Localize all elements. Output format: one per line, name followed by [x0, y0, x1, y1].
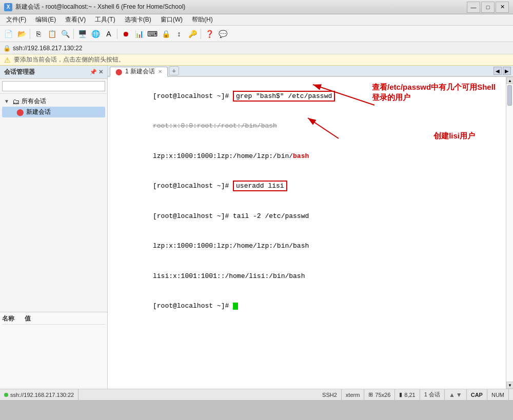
scrollbar-up[interactable]: ▲: [506, 77, 513, 84]
cap-label: CAP: [471, 392, 483, 398]
toolbar: 📄 📂 ⎘ 📋 🔍 🖥️ 🌐 A ⏺ 📊 ⌨ 🔒 ↕ 🔑 ❓ 💬: [0, 26, 513, 42]
sidebar-title: 会话管理器: [4, 68, 35, 76]
toolbar-screen[interactable]: ⌨: [146, 28, 159, 40]
window-title: 新建会话 - root@localhost:~ - Xshell 6 (Free…: [15, 3, 467, 11]
sidebar: 会话管理器 📌 ✕ ▼ 🗂 所有会话 ⬤ 新建会话 名称 值: [0, 66, 108, 389]
menu-window[interactable]: 窗口(W): [156, 14, 187, 25]
terminal-type-label: xterm: [346, 392, 360, 398]
menu-tools[interactable]: 工具(T): [91, 14, 119, 25]
toolbar-globe[interactable]: 🌐: [89, 28, 102, 40]
lock-icon: 🔒: [3, 45, 11, 52]
menu-file[interactable]: 文件(F): [2, 14, 30, 25]
toolbar-transfer[interactable]: ↕: [173, 28, 185, 40]
tab-close-icon[interactable]: ✕: [158, 69, 162, 74]
nav-up-icon[interactable]: ▲: [449, 391, 455, 398]
prop-col1: 名称: [2, 314, 14, 323]
menu-tabs[interactable]: 选项卡(B): [121, 14, 155, 25]
toolbar-font[interactable]: A: [103, 28, 115, 40]
menu-edit[interactable]: 编辑(E): [31, 14, 60, 25]
warning-text: 要添加当前会话，点击左侧的箭头按钮。: [14, 55, 125, 64]
terminal-line-1: [root@localhost ~]# grep "bash$" /etc/pa…: [113, 81, 501, 111]
warning-icon: ⚠: [4, 56, 11, 64]
terminal-line-4: [root@localhost ~]# useradd lisi: [113, 171, 501, 202]
term-prompt-1: [root@localhost ~]#: [153, 92, 233, 100]
status-cap: CAP: [467, 389, 487, 400]
status-nav: ▲ ▼: [445, 389, 467, 400]
prop-col2: 值: [25, 314, 31, 323]
terminal-cursor: [233, 303, 238, 310]
term-prompt-4: [root@localhost ~]#: [153, 182, 233, 190]
terminal-line-5: [root@localhost ~]# tail -2 /etc/passwd: [113, 201, 501, 231]
sessions-label: 1 会话: [424, 391, 440, 398]
address-bar: 🔒 ssh://192.168.217.130:22: [0, 42, 513, 54]
term-text-7: lisi:x:1001:1001::/home/lisi:/bin/bash: [153, 272, 305, 280]
status-position: ▮ 8,21: [395, 389, 420, 400]
status-terminal-type: xterm: [342, 389, 365, 400]
tab-nav-left[interactable]: ◀: [494, 67, 502, 75]
toolbar-connect[interactable]: 🖥️: [76, 28, 88, 40]
toolbar-new[interactable]: 📄: [2, 28, 14, 40]
sidebar-tree: ▼ 🗂 所有会话 ⬤ 新建会话: [0, 94, 107, 312]
toolbar-copy[interactable]: ⎘: [32, 28, 45, 40]
position-icon: ▮: [399, 391, 402, 398]
status-protocol: SSH2: [318, 389, 342, 400]
properties-panel: 名称 值: [0, 312, 107, 389]
toolbar-key[interactable]: 🔑: [186, 28, 199, 40]
sidebar-pin-icon[interactable]: 📌: [90, 69, 97, 75]
terminal-line-2: root:x:0:0:root:/root:/bin/bash: [113, 111, 501, 142]
tab-bar: ⬤ 1 新建会话 ✕ + ◀ ▶: [108, 66, 513, 77]
warning-bar: ⚠ 要添加当前会话，点击左侧的箭头按钮。: [0, 54, 513, 66]
num-label: NUM: [491, 392, 504, 398]
tree-item-new-session[interactable]: ⬤ 新建会话: [2, 107, 105, 117]
minimize-button[interactable]: —: [467, 2, 480, 13]
toolbar-help[interactable]: ❓: [203, 28, 215, 40]
scrollbar-down[interactable]: ▼: [506, 382, 513, 389]
term-useradd: useradd lisi: [233, 181, 287, 191]
terminal-line-6: lzp:x:1000:1000:lzp:/home/lzp:/bin/bash: [113, 231, 501, 262]
term-text-6: lzp:x:1000:1000:lzp:/home/lzp:/bin/bash: [153, 242, 309, 250]
term-text-3a: lzp:x:1000:1000:lzp:/home/lzp:/bin/: [153, 152, 293, 160]
sidebar-header-icons: 📌 ✕: [90, 69, 103, 75]
toolbar-paste[interactable]: 📋: [46, 28, 58, 40]
tree-label-new-session: 新建会话: [26, 108, 51, 116]
tab-nav-right[interactable]: ▶: [503, 67, 511, 75]
status-url: ssh://192.168.217.130:22: [10, 392, 74, 398]
toolbar-record[interactable]: ⏺: [120, 28, 132, 40]
position-label: 8,21: [404, 392, 415, 398]
toolbar-chat[interactable]: 💬: [216, 28, 229, 40]
menu-help[interactable]: 帮助(H): [188, 14, 217, 25]
size-icon: ⊞: [368, 391, 373, 398]
nav-arrows[interactable]: ▲ ▼: [449, 391, 462, 398]
terminal-area: ⬤ 1 新建会话 ✕ + ◀ ▶ [root@localhost ~]# gre…: [108, 66, 513, 389]
nav-down-icon[interactable]: ▼: [456, 391, 462, 398]
maximize-button[interactable]: □: [481, 2, 495, 13]
sidebar-search-input[interactable]: [2, 81, 105, 91]
toolbar-open[interactable]: 📂: [15, 28, 28, 40]
toolbar-sep4: [201, 29, 201, 39]
status-connection: ssh://192.168.217.130:22: [4, 389, 78, 400]
sidebar-close-icon[interactable]: ✕: [98, 69, 103, 75]
terminal-line-7: lisi:x:1001:1001::/home/lisi:/bin/bash: [113, 261, 501, 291]
terminal-scrollbar[interactable]: ▲ ▼: [506, 77, 513, 389]
status-num: NUM: [487, 389, 509, 400]
app-icon: X: [4, 3, 12, 11]
sidebar-header: 会话管理器 📌 ✕: [0, 66, 107, 79]
tree-label-all-sessions: 所有会话: [22, 97, 46, 106]
menu-bar: 文件(F) 编辑(E) 查看(V) 工具(T) 选项卡(B) 窗口(W) 帮助(…: [0, 14, 513, 26]
terminal-content[interactable]: [root@localhost ~]# grep "bash$" /etc/pa…: [108, 77, 506, 389]
tree-item-all-sessions[interactable]: ▼ 🗂 所有会话: [2, 96, 105, 107]
scrollbar-track[interactable]: [506, 84, 513, 382]
terminal-wrapper: [root@localhost ~]# grep "bash$" /etc/pa…: [108, 77, 513, 389]
window-controls: — □ ✕: [467, 2, 509, 13]
term-text-2: root:x:0:0:root:/root:/bin/bash: [153, 122, 277, 130]
close-button[interactable]: ✕: [496, 2, 509, 13]
menu-view[interactable]: 查看(V): [61, 14, 90, 25]
tab-new-session[interactable]: ⬤ 1 新建会话 ✕: [110, 67, 168, 77]
toolbar-log[interactable]: 📊: [133, 28, 145, 40]
status-sessions: 1 会话: [420, 389, 445, 400]
toolbar-lock[interactable]: 🔒: [160, 28, 172, 40]
toolbar-find[interactable]: 🔍: [59, 28, 71, 40]
tab-label: 1 新建会话: [125, 67, 155, 76]
tab-add-button[interactable]: +: [169, 66, 179, 75]
scrollbar-thumb[interactable]: [507, 85, 512, 106]
